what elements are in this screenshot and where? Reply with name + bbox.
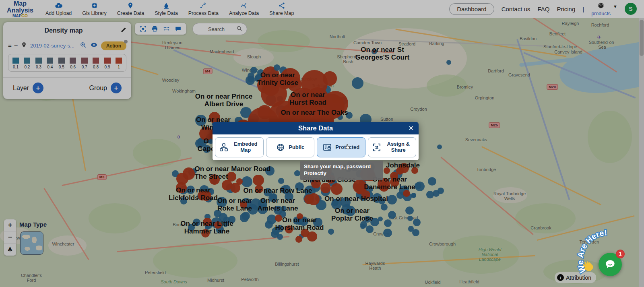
chat-widget: We Are Here! 1 <box>574 225 644 287</box>
modal-header: Share Data ✕ <box>213 122 419 134</box>
share-protected-tooltip: Share your map, password Protectly <box>300 161 383 180</box>
share-option-embeded-map[interactable]: Embeded Map <box>215 137 264 157</box>
chat-bubble-icon <box>604 258 617 271</box>
assign-share-icon <box>372 142 382 152</box>
share-option-protected[interactable]: Protected <box>317 137 365 157</box>
globe-icon <box>276 142 285 152</box>
hand-cursor-icon <box>344 143 352 153</box>
share-data-modal: Share Data ✕ Embeded MapPublicProtectedA… <box>213 122 419 160</box>
modal-options: Embeded MapPublicProtectedAssign & Share <box>213 134 419 160</box>
hand-pointer-icon <box>344 143 352 151</box>
protected-card-icon <box>322 142 332 152</box>
modal-title: Share Data <box>213 124 419 132</box>
close-icon[interactable]: ✕ <box>409 122 414 134</box>
share-option-public[interactable]: Public <box>266 137 315 157</box>
notification-badge: 1 <box>616 250 625 258</box>
embed-map-icon <box>219 142 229 152</box>
app-root: Map Analysis MAPGO Add UploadGis Library… <box>0 0 644 287</box>
share-option-assign-share[interactable]: Assign & Share <box>368 137 417 157</box>
